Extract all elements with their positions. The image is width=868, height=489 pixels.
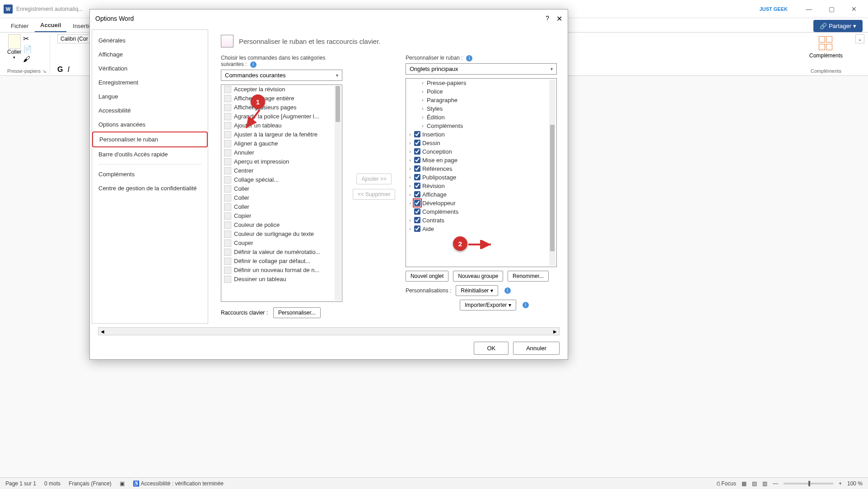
command-item[interactable]: Collage spécial...	[221, 175, 342, 184]
nav-display[interactable]: Affichage	[92, 47, 208, 61]
tree-tab[interactable]: ›Insertion	[406, 130, 556, 139]
command-item[interactable]: Afficher la page entière	[221, 94, 342, 103]
tree-tab[interactable]: ›Développeur	[406, 199, 556, 207]
command-item[interactable]: Dessiner un tableau	[221, 275, 342, 284]
tab-file[interactable]: Fichier	[5, 20, 34, 32]
tree-tab[interactable]: ›Références	[406, 165, 556, 173]
command-item[interactable]: Couper	[221, 239, 342, 248]
new-tab-button[interactable]: Nouvel onglet	[406, 271, 448, 282]
nav-customize-ribbon[interactable]: Personnaliser le ruban	[92, 132, 208, 147]
dialog-launcher-icon[interactable]: ↘	[42, 69, 46, 74]
command-item[interactable]: Coller▸	[221, 202, 342, 212]
accessibility-status[interactable]: ♿ Accessibilité : vérification terminée	[133, 480, 224, 487]
import-export-button[interactable]: Importer/Exporter ▾	[460, 300, 516, 310]
add-button[interactable]: Ajouter >>	[356, 174, 391, 184]
tree-group[interactable]: ›Paragraphe	[406, 96, 556, 104]
tab-checkbox[interactable]	[414, 148, 420, 155]
tab-checkbox[interactable]	[414, 183, 420, 189]
tab-home[interactable]: Accueil	[35, 19, 66, 32]
view-print[interactable]: ▦	[742, 480, 747, 487]
close-dialog-button[interactable]: ✕	[556, 14, 562, 23]
command-item[interactable]: Annuler▸	[221, 148, 342, 157]
horizontal-scrollbar[interactable]: ◀▶	[98, 327, 560, 335]
remove-button[interactable]: << Supprimer	[353, 189, 396, 200]
tab-checkbox[interactable]	[414, 174, 420, 180]
info-icon[interactable]: i	[523, 302, 529, 308]
zoom-in[interactable]: +	[839, 480, 842, 487]
tab-checkbox[interactable]	[414, 165, 420, 172]
rename-button[interactable]: Renommer...	[508, 271, 549, 282]
page-status[interactable]: Page 1 sur 1	[5, 480, 36, 487]
format-painter-icon[interactable]: 🖌	[23, 55, 32, 63]
addins-button[interactable]: Compléments	[802, 34, 850, 61]
tree-group[interactable]: ›Presse-papiers	[406, 79, 556, 87]
tree-tab[interactable]: ›Affichage	[406, 190, 556, 199]
nav-proofing[interactable]: Vérification	[92, 61, 208, 75]
nav-save[interactable]: Enregistrement	[92, 75, 208, 89]
help-button[interactable]: ?	[546, 14, 549, 23]
commands-category-dropdown[interactable]: Commandes courantes ▾	[221, 70, 342, 81]
command-item[interactable]: Afficher plusieurs pages	[221, 103, 342, 112]
scrollbar[interactable]	[549, 80, 555, 266]
word-count[interactable]: 0 mots	[44, 480, 61, 487]
copy-icon[interactable]: 📄	[23, 45, 32, 53]
nav-addins[interactable]: Compléments	[92, 167, 208, 181]
command-item[interactable]: Couleur de surlignage du texte▸	[221, 230, 342, 239]
macro-icon[interactable]: ▣	[120, 480, 125, 487]
scrollbar[interactable]	[335, 86, 341, 301]
zoom-slider[interactable]	[784, 483, 833, 484]
nav-accessibility[interactable]: Accessibilité	[92, 103, 208, 118]
tree-group[interactable]: ›Édition	[406, 113, 556, 122]
command-item[interactable]: Définir la valeur de numérotatio...	[221, 248, 342, 257]
tab-checkbox[interactable]	[414, 131, 420, 137]
ribbon-expand-button[interactable]: ⌄	[855, 34, 864, 43]
tree-tab[interactable]: ›Conception	[406, 147, 556, 156]
chevron-down-icon[interactable]: ▾	[13, 55, 15, 60]
cut-icon[interactable]: ✂	[23, 34, 32, 43]
ribbon-tree[interactable]: ›Presse-papiers›Police›Paragraphe›Styles…	[406, 78, 557, 267]
paste-button[interactable]: Coller	[7, 49, 21, 55]
tree-tab[interactable]: Compléments	[406, 207, 556, 216]
tree-tab[interactable]: ›Révision	[406, 182, 556, 190]
new-group-button[interactable]: Nouveau groupe	[453, 271, 503, 282]
tab-checkbox[interactable]	[414, 226, 420, 232]
focus-mode[interactable]: ⎙ Focus	[717, 480, 736, 487]
tab-checkbox[interactable]	[414, 200, 420, 206]
command-item[interactable]: Ajuster à la largeur de la fenêtre	[221, 130, 342, 139]
command-item[interactable]: Ajouter un tableau▸	[221, 121, 342, 130]
italic-button[interactable]: I	[67, 66, 69, 74]
view-web[interactable]: ▥	[762, 480, 767, 487]
ok-button[interactable]: OK	[474, 342, 509, 355]
nav-advanced[interactable]: Options avancées	[92, 118, 208, 132]
share-button[interactable]: 🔗 Partager ▾	[813, 20, 863, 32]
commands-listbox[interactable]: Accepter la révisionAfficher la page ent…	[221, 85, 342, 302]
command-item[interactable]: Aligner à gauche	[221, 139, 342, 148]
command-item[interactable]: Copier	[221, 212, 342, 221]
command-item[interactable]: Aperçu et impression	[221, 157, 342, 166]
minimize-button[interactable]: —	[798, 2, 819, 16]
tab-checkbox[interactable]	[414, 191, 420, 197]
info-icon[interactable]: i	[504, 287, 511, 294]
view-read[interactable]: ▤	[752, 480, 757, 487]
bold-button[interactable]: G	[57, 66, 63, 74]
tab-checkbox[interactable]	[414, 217, 420, 223]
cancel-button[interactable]: Annuler	[513, 342, 560, 355]
tree-group[interactable]: ›Styles	[406, 104, 556, 113]
tree-tab[interactable]: ›Aide	[406, 225, 556, 233]
nav-general[interactable]: Générales	[92, 33, 208, 47]
command-item[interactable]: Coller▸	[221, 184, 342, 193]
nav-trust-center[interactable]: Centre de gestion de la confidentialité	[92, 181, 208, 195]
zoom-out[interactable]: —	[773, 480, 778, 487]
zoom-level[interactable]: 100 %	[847, 480, 863, 487]
tab-checkbox[interactable]	[414, 140, 420, 146]
nav-language[interactable]: Langue	[92, 89, 208, 103]
command-item[interactable]: Coller	[221, 193, 342, 202]
ribbon-scope-dropdown[interactable]: Onglets principaux ▾	[406, 63, 557, 75]
tree-tab[interactable]: ›Mise en page	[406, 156, 556, 165]
command-item[interactable]: Agrandir la police [Augmenter l...	[221, 112, 342, 121]
command-item[interactable]: Centrer	[221, 166, 342, 175]
info-icon[interactable]: i	[250, 61, 257, 68]
tree-tab[interactable]: ›Dessin	[406, 139, 556, 147]
nav-qat[interactable]: Barre d'outils Accès rapide	[92, 147, 208, 161]
close-window-button[interactable]: ✕	[844, 2, 864, 16]
